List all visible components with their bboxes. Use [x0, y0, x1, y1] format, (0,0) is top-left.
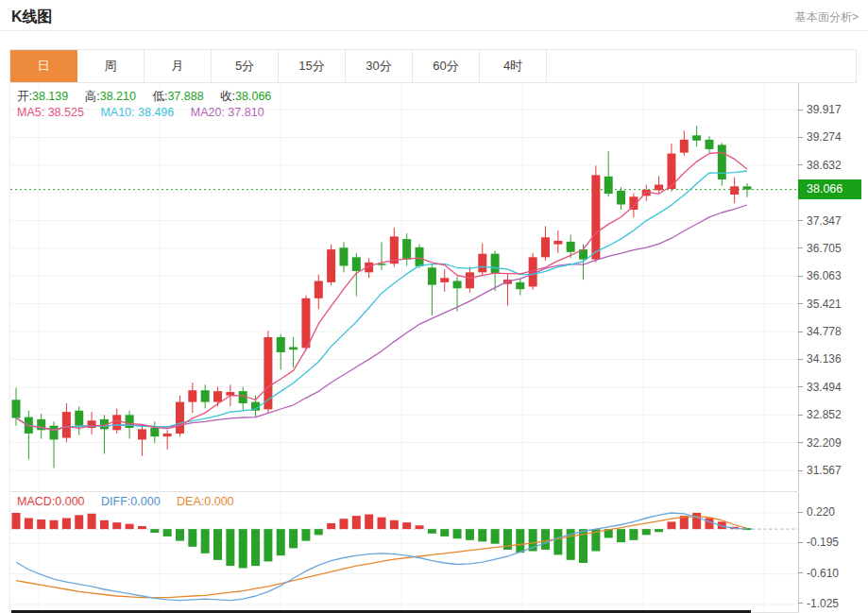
tab-月[interactable]: 月 [145, 50, 212, 82]
tab-15分[interactable]: 15分 [279, 50, 346, 82]
ma-readout: MA5: 38.525 MA10: 38.496 MA20: 37.810 [17, 106, 264, 119]
macd-axis-label: 0.220 [798, 504, 835, 519]
candle [239, 387, 247, 411]
tab-4时[interactable]: 4时 [480, 50, 547, 82]
low-value: 37.888 [167, 90, 203, 103]
candle [667, 144, 675, 192]
tab-日[interactable]: 日 [10, 50, 77, 82]
ma5-label: MA5: [17, 106, 44, 119]
macd-axis-label: -0.610 [798, 566, 839, 581]
candle [327, 245, 335, 285]
high-value: 38.210 [100, 90, 136, 103]
close-value: 38.066 [235, 90, 271, 103]
candle [277, 334, 285, 370]
tab-5分[interactable]: 5分 [212, 50, 279, 82]
candle [466, 266, 474, 292]
open-label: 开: [17, 90, 32, 103]
candle [352, 253, 361, 297]
candle [301, 296, 310, 350]
candlestick-layer [12, 126, 752, 468]
macd-axis-label: -0.195 [798, 535, 839, 550]
close-label: 收: [220, 90, 235, 103]
candle [705, 136, 713, 152]
ma20-label: MA20: [191, 106, 225, 119]
candle [100, 415, 109, 453]
candle [604, 151, 613, 196]
high-label: 高: [85, 90, 100, 103]
candle [75, 406, 83, 435]
dea-value: 0.000 [204, 495, 233, 508]
candle [138, 425, 146, 456]
candle [591, 165, 600, 262]
candlestick-svg [10, 83, 799, 491]
diff-value: 0.000 [130, 495, 160, 508]
candle [62, 403, 71, 442]
macd-label: MACD: [17, 495, 55, 508]
candle [553, 230, 562, 253]
candle [541, 226, 550, 261]
candle [617, 187, 625, 210]
candle [730, 178, 739, 203]
candle [692, 126, 701, 146]
macd-chart-panel[interactable] [9, 491, 798, 612]
candle [25, 411, 33, 460]
candle [428, 264, 436, 315]
candle [150, 421, 159, 443]
dea-label: DEA: [177, 495, 204, 508]
candle [201, 384, 210, 408]
candle [503, 274, 512, 306]
macd-axis-label: -1.025 [798, 596, 839, 611]
ma5-line [16, 152, 747, 430]
current-price-tag: 38.066 [798, 179, 861, 199]
ma10-line [16, 171, 747, 431]
candle [163, 430, 172, 450]
diff-label: DIFF: [101, 495, 130, 508]
ma10-value: 38.496 [138, 106, 174, 119]
candle [743, 183, 752, 197]
macd-value: 0.000 [55, 495, 84, 508]
macd-svg [10, 492, 799, 613]
candle [378, 242, 386, 270]
tab-周[interactable]: 周 [77, 50, 145, 82]
candle [655, 176, 663, 193]
candle [718, 143, 726, 186]
title-divider [0, 30, 868, 31]
kline-page: K线图 基本面分析> 日周月5分15分30分60分4时 开:38.139 高:3… [0, 0, 868, 613]
candle [440, 269, 449, 292]
open-value: 38.139 [32, 90, 68, 103]
ma20-line [16, 205, 747, 431]
ma20-value: 37.810 [228, 106, 264, 119]
candle [516, 278, 524, 295]
ma10-label: MA10: [100, 106, 134, 119]
candle [491, 250, 500, 291]
candle [289, 337, 298, 367]
candlestick-chart-panel[interactable] [9, 83, 798, 491]
page-title: K线图 [11, 8, 53, 27]
tab-60分[interactable]: 60分 [413, 50, 480, 82]
candle [416, 245, 424, 268]
candle [402, 233, 411, 265]
low-label: 低: [152, 90, 167, 103]
interval-tabs: 日周月5分15分30分60分4时 [9, 49, 857, 83]
candle [176, 396, 184, 436]
ma5-value: 38.525 [48, 106, 84, 119]
tab-30分[interactable]: 30分 [346, 50, 413, 82]
candle [339, 242, 348, 272]
macd-readout: MACD:0.000 DIFF:0.000 DEA:0.000 [17, 495, 234, 508]
ohlc-readout: 开:38.139 高:38.210 低:37.888 收:38.066 [17, 89, 271, 105]
candle [50, 421, 59, 468]
macd-histogram-layer [12, 513, 752, 568]
macd-axis: 0.220-0.195-0.610-1.025 [798, 0, 868, 613]
candle [680, 130, 689, 156]
